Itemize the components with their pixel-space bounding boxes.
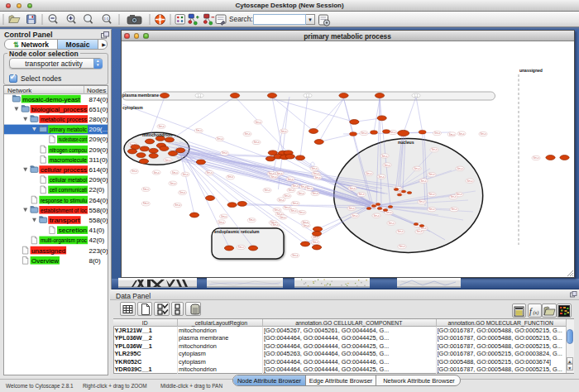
svg-text:Sm-x: Sm-x (386, 211, 392, 214)
svg-text:Sm-x: Sm-x (313, 172, 319, 175)
svg-text:metabolic process: metabolic process (41, 116, 87, 123)
svg-text:Sm-x: Sm-x (292, 254, 298, 257)
svg-text:nucleobase-cont: nucleobase-cont (59, 136, 88, 143)
svg-text:Sm-x: Sm-x (452, 208, 457, 211)
svg-text:cellular metabol: cellular metabol (50, 176, 87, 184)
svg-text:Sm-x: Sm-x (179, 191, 185, 194)
svg-text:Sm-x: Sm-x (275, 208, 280, 212)
svg-text:41(0): 41(0) (89, 227, 105, 234)
svg-text:Sm-x: Sm-x (382, 155, 388, 158)
svg-text:transport: transport (50, 217, 81, 224)
svg-text:Sm-x: Sm-x (299, 211, 305, 214)
svg-text:Sm-x: Sm-x (175, 203, 180, 207)
svg-text:Sm-x: Sm-x (143, 202, 149, 205)
svg-text:Sm-x: Sm-x (227, 175, 233, 179)
svg-text:Sm-x: Sm-x (467, 179, 473, 183)
svg-text:[...]: [...] (414, 94, 418, 98)
svg-text:endoplasmic reticulum: endoplasmic reticulum (214, 229, 260, 234)
svg-text:[...]: [...] (306, 94, 309, 98)
svg-text:558(0): 558(0) (89, 207, 108, 214)
svg-text:establishment of loc: establishment of loc (41, 207, 87, 214)
svg-text:209(0): 209(0) (89, 146, 108, 154)
svg-text:Search:: Search: (229, 15, 253, 23)
svg-text:Sm-x: Sm-x (218, 221, 224, 224)
svg-text:Sm-x: Sm-x (291, 209, 297, 213)
svg-text:22(0): 22(0) (89, 186, 105, 194)
svg-text:Sm-x: Sm-x (374, 214, 380, 218)
svg-text:209(...: 209(... (89, 126, 108, 133)
svg-text:Sm-x: Sm-x (221, 215, 227, 218)
svg-text:response to stimulu: response to stimulu (41, 197, 87, 204)
svg-text:primary metabolic: primary metabolic (50, 126, 87, 133)
svg-text:Sm-x: Sm-x (265, 189, 270, 192)
svg-text:Sm-x: Sm-x (289, 189, 294, 192)
svg-text:Sm-x: Sm-x (280, 216, 286, 219)
svg-text:Sm-x: Sm-x (481, 132, 486, 136)
svg-text:Sm-x: Sm-x (419, 200, 425, 203)
svg-text:874(0): 874(0) (89, 96, 108, 103)
svg-text:Sm-x: Sm-x (315, 176, 321, 179)
svg-text:Sm-x: Sm-x (429, 208, 435, 211)
svg-text:42(0): 42(0) (89, 237, 105, 244)
svg-text:macromolecule: macromolecule (50, 156, 88, 164)
svg-text:1:1: 1:1 (104, 17, 109, 21)
svg-text:Sm-x: Sm-x (421, 179, 427, 183)
svg-text:Sm-x: Sm-x (256, 121, 261, 124)
svg-text:Sm-x: Sm-x (183, 173, 189, 176)
svg-text:Sm-x: Sm-x (534, 156, 539, 160)
svg-text:Sm-x: Sm-x (304, 224, 309, 227)
svg-text:Sm-x: Sm-x (421, 227, 427, 230)
svg-text:Sm-x: Sm-x (159, 125, 165, 128)
svg-text:651(0): 651(0) (89, 106, 108, 113)
svg-text:223(0): 223(0) (89, 247, 108, 255)
svg-text:Sm-x: Sm-x (170, 182, 175, 185)
svg-text:Sm-x: Sm-x (154, 171, 160, 174)
svg-text:Sm-x: Sm-x (313, 192, 318, 195)
svg-text:558(0): 558(0) (89, 217, 108, 224)
svg-text:Sm-x: Sm-x (366, 172, 372, 175)
svg-text:Sm-x: Sm-x (457, 167, 463, 170)
svg-text:Sm-x: Sm-x (307, 187, 313, 190)
svg-text:264(0): 264(0) (89, 197, 108, 204)
svg-text:unassigned: unassigned (31, 247, 65, 255)
svg-text:Sm-x: Sm-x (417, 230, 423, 233)
svg-text:Sm-x: Sm-x (414, 167, 420, 170)
svg-text:secretion: secretion (59, 227, 88, 234)
svg-text:Sm-x: Sm-x (434, 131, 440, 135)
svg-text:311(0): 311(0) (89, 156, 108, 164)
svg-text:plasma membrane: plasma membrane (122, 93, 159, 98)
svg-text:Sm-x: Sm-x (349, 207, 355, 210)
svg-text:209(0): 209(0) (89, 136, 108, 143)
svg-text:Sm-x: Sm-x (238, 246, 244, 249)
svg-text:Sm-x: Sm-x (459, 132, 465, 136)
svg-text:Sm-x: Sm-x (379, 175, 385, 179)
svg-text:Sm-x: Sm-x (299, 192, 304, 195)
svg-text:Sm-x: Sm-x (449, 133, 455, 136)
svg-text:Sm-x: Sm-x (293, 202, 299, 205)
svg-text:cellular process: cellular process (41, 166, 87, 174)
svg-text:Sm-x: Sm-x (165, 159, 171, 162)
svg-text:Sm-x: Sm-x (359, 193, 365, 196)
svg-text:Sm-x: Sm-x (432, 148, 438, 151)
svg-text:Sm-x: Sm-x (312, 167, 318, 170)
svg-text:biological_process: biological_process (31, 106, 87, 113)
svg-text:Sm-x: Sm-x (389, 222, 395, 225)
svg-text:Sm-x: Sm-x (451, 195, 457, 198)
svg-text:Sm-x: Sm-x (273, 223, 279, 227)
svg-text:Sm-x: Sm-x (313, 241, 318, 244)
svg-text:Sm-x: Sm-x (400, 245, 405, 248)
svg-text:Sm-x: Sm-x (288, 178, 294, 181)
svg-text:Sm-x: Sm-x (285, 206, 290, 209)
svg-text:cytoplasm: cytoplasm (122, 105, 143, 110)
svg-text:Sm-x: Sm-x (196, 129, 202, 132)
svg-text:Sm-x: Sm-x (222, 151, 227, 155)
svg-text:Sm-x: Sm-x (143, 188, 149, 191)
svg-text:Sm-x: Sm-x (429, 193, 435, 196)
svg-text:mitochondrion: mitochondrion (142, 132, 172, 137)
svg-text:Sm-x: Sm-x (285, 194, 290, 198)
svg-text:f: f (529, 307, 533, 316)
svg-text:Sm-x: Sm-x (293, 184, 299, 188)
svg-text:(x): (x) (534, 310, 539, 316)
svg-text:nitrogen compou: nitrogen compou (50, 146, 87, 154)
svg-text:[...]: [...] (198, 94, 201, 98)
